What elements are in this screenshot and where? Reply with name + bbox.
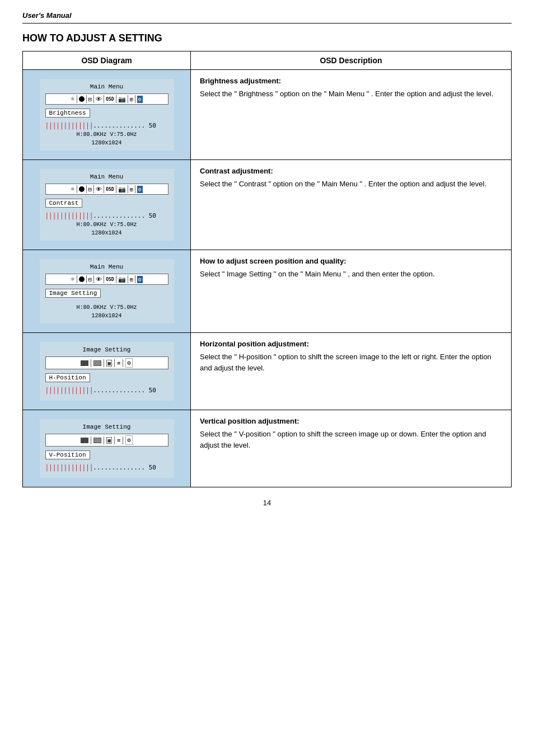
divider — [116, 185, 116, 193]
divider — [104, 275, 104, 283]
desc-bold-4: Vertical position adjustment: — [200, 417, 502, 425]
desc-bold-0: Brightness adjustment: — [200, 77, 502, 85]
grid-icon: ▦ — [106, 360, 111, 367]
divider — [104, 359, 104, 367]
grid-icon: ⊞ — [130, 186, 133, 192]
selected-label-2: Image Setting — [45, 289, 101, 298]
divider — [116, 95, 116, 103]
freq-info-0: H:80.0KHz V:75.0Hz — [45, 132, 168, 138]
main-table: OSD Diagram OSD Description Main Menu☼⊟👁… — [22, 51, 512, 487]
doc-header: User's Manual — [22, 11, 512, 24]
divider — [93, 185, 94, 193]
grid-icon: ⊞ — [130, 96, 133, 102]
monitor-icon: ⊟ — [88, 276, 92, 283]
divider — [128, 95, 128, 103]
desc-cell-3: Horizontal position adjustment:Select th… — [191, 333, 512, 410]
divider — [91, 359, 91, 367]
divider — [104, 185, 104, 193]
progress-bar: │││││││││││││.............. 50 — [45, 212, 168, 219]
osd-title-0: Main Menu — [45, 83, 168, 90]
monitor-icon: ⊟ — [88, 96, 92, 103]
circle-icon — [79, 186, 85, 192]
lines-icon: ≡ — [117, 437, 120, 443]
divider — [104, 95, 104, 103]
osd-diagram-cell-0: Main Menu☼⊟👁OSD📷⊞⚙Brightness │││││││││││… — [23, 70, 191, 160]
divider — [128, 275, 128, 283]
osd-diagram-cell-2: Main Menu☼⊟👁OSD📷⊞⚙Image SettingH:80.0KHz… — [23, 250, 191, 333]
lines-icon: ≡ — [117, 360, 120, 366]
selected-label-0: Brightness — [45, 109, 90, 118]
col1-header: OSD Diagram — [23, 51, 191, 70]
sun-icon: ☼ — [71, 275, 74, 283]
osd-box-4: Image Setting▦≡⚙V-Position │││││││││││││… — [40, 419, 174, 478]
desc-cell-4: Vertical position adjustment:Select the … — [191, 410, 512, 487]
gear-icon: ⚙ — [125, 358, 133, 368]
page-number: 14 — [22, 499, 512, 507]
header-title: User's Manual — [22, 11, 72, 20]
gear-icon: ⚙ — [137, 96, 143, 103]
gear-icon: ⚙ — [137, 276, 143, 283]
desc-cell-1: Contrast adjustment:Select the " Contras… — [191, 160, 512, 250]
desc-text-3: Select the " H-position " option to shif… — [200, 351, 502, 373]
osd-icon: OSD — [106, 187, 114, 192]
eye-icon: 👁 — [96, 96, 102, 103]
circle-icon — [79, 96, 85, 102]
selected-label-1: Contrast — [45, 199, 83, 208]
selected-label-4: V-Position — [45, 450, 90, 459]
rect-half-icon — [93, 360, 101, 366]
divider — [135, 185, 135, 193]
osd-diagram-cell-4: Image Setting▦≡⚙V-Position │││││││││││││… — [23, 410, 191, 487]
grid-icon: ▦ — [106, 437, 111, 444]
divider — [77, 95, 77, 103]
camera-icon: 📷 — [118, 276, 126, 283]
osd-diagram-cell-1: Main Menu☼⊟👁OSD📷⊞⚙Contrast │││││││││││││… — [23, 160, 191, 250]
divider — [114, 359, 115, 367]
progress-bar: │││││││││││││.............. 50 — [45, 464, 168, 471]
osd-title-4: Image Setting — [45, 424, 168, 430]
desc-text-4: Select the " V-position " option to shif… — [200, 429, 502, 450]
rect-filled-icon — [81, 360, 88, 366]
osd-title-3: Image Setting — [45, 346, 168, 353]
progress-bar: │││││││││││││.............. 50 — [45, 122, 168, 129]
osd-title-2: Main Menu — [45, 264, 168, 270]
eye-icon: 👁 — [96, 276, 102, 283]
sun-icon: ☼ — [71, 185, 74, 193]
osd-icon: OSD — [106, 97, 114, 102]
divider — [93, 275, 94, 283]
col2-header: OSD Description — [191, 51, 512, 70]
desc-cell-2: How to adjust screen position and qualit… — [191, 250, 512, 333]
desc-text-0: Select the " Brightness " option on the … — [200, 88, 502, 100]
resolution-1: 1280x1024 — [45, 230, 168, 236]
desc-cell-0: Brightness adjustment:Select the " Brigh… — [191, 70, 512, 160]
osd-box-2: Main Menu☼⊟👁OSD📷⊞⚙Image SettingH:80.0KHz… — [40, 259, 174, 323]
gear-icon: ⚙ — [137, 186, 143, 193]
rect-filled-icon — [81, 438, 88, 443]
osd-icon: OSD — [106, 277, 114, 282]
osd-title-1: Main Menu — [45, 173, 168, 180]
divider — [123, 359, 123, 367]
grid-icon: ⊞ — [130, 276, 133, 283]
divider — [135, 95, 135, 103]
monitor-icon: ⊟ — [88, 186, 92, 193]
divider — [116, 275, 116, 283]
divider — [114, 436, 115, 444]
divider — [93, 95, 94, 103]
freq-info-1: H:80.0KHz V:75.0Hz — [45, 222, 168, 228]
divider — [135, 275, 135, 283]
divider — [104, 436, 104, 444]
camera-icon: 📷 — [118, 186, 126, 193]
eye-icon: 👁 — [96, 186, 102, 193]
rect-half-icon — [93, 438, 101, 443]
camera-icon: 📷 — [118, 96, 126, 103]
desc-text-2: Select " Image Setting " on the " Main M… — [200, 269, 502, 280]
selected-label-3: H-Position — [45, 373, 90, 382]
divider — [86, 275, 87, 283]
desc-bold-3: Horizontal position adjustment: — [200, 340, 502, 348]
osd-box-1: Main Menu☼⊟👁OSD📷⊞⚙Contrast │││││││││││││… — [40, 169, 174, 241]
section-title: HOW TO ADJUST A SETTING — [22, 32, 512, 44]
osd-box-3: Image Setting▦≡⚙H-Position │││││││││││││… — [40, 342, 174, 401]
divider — [128, 185, 128, 193]
divider — [77, 185, 77, 193]
freq-info-2: H:80.0KHz V:75.0Hz — [45, 304, 168, 311]
sun-icon: ☼ — [71, 95, 74, 103]
